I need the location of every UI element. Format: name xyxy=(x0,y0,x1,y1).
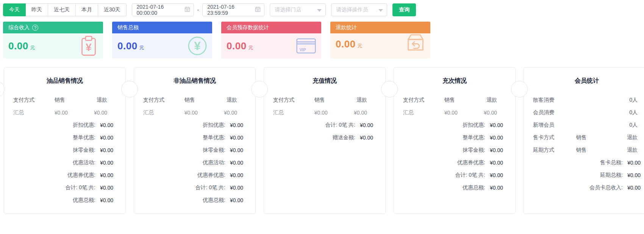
range-button-last7days[interactable]: 近七天 xyxy=(48,3,76,16)
help-icon[interactable]: ? xyxy=(32,25,38,31)
table-row: 散客消费 0人 xyxy=(533,96,641,104)
table-header-row: 支付方式 销售 退款 xyxy=(403,96,506,104)
stat-cards-row: 综合收入 ? 0.00 元 ¥ 销售总额 xyxy=(0,16,644,58)
calendar-icon[interactable] xyxy=(255,6,261,13)
summary-label: 会员卡总收入: xyxy=(589,184,623,191)
date-from-input[interactable]: 2021-07-16 00:00:00 xyxy=(132,3,194,16)
range-button-thismonth[interactable]: 本月 xyxy=(76,3,98,16)
operator-select[interactable]: 请选择操作员 xyxy=(331,3,387,16)
stat-card-header: 销售总额 xyxy=(112,22,212,33)
panel-recharge: 充值情况 支付方式 销售 退款 汇总 ¥0.00 ¥0.00 合计: 0笔 共:… xyxy=(264,67,386,214)
summary-label: 合计: 0笔 共: xyxy=(455,172,485,179)
table-row: 汇总 ¥0.00 ¥0.00 xyxy=(13,109,116,116)
cell: 0人 xyxy=(606,97,641,104)
summary-value: ¥0.00 xyxy=(230,185,243,191)
summary-row: 抹零金额: ¥0.00 xyxy=(403,146,506,154)
summary-label: 优惠券优惠: xyxy=(67,172,95,179)
stat-value: 0.00 xyxy=(8,40,28,52)
summary-value: ¥0.00 xyxy=(100,160,113,166)
summary-row: 整单优惠: ¥0.00 xyxy=(403,134,506,141)
stat-value: 0.00 xyxy=(336,38,356,50)
cell: ¥0.00 xyxy=(314,110,343,116)
table-row: 延期方式 销售 退款 xyxy=(533,146,641,154)
col-payment-method: 支付方式 xyxy=(273,97,314,104)
summary-value: ¥0.00 xyxy=(490,172,503,178)
summary-label: 优惠活动: xyxy=(203,159,225,166)
range-button-last30days[interactable]: 近30天 xyxy=(98,3,127,16)
cell: ¥0.00 xyxy=(473,110,506,116)
stat-card-member-prepaid: 会员预存数据统计 0.00 元 VIP xyxy=(221,22,321,58)
operator-select-placeholder: 请选择操作员 xyxy=(336,6,368,13)
table-row: 售卡方式 销售 退款 xyxy=(533,134,641,141)
summary-row: 整单优惠: ¥0.00 xyxy=(13,134,116,141)
stat-value-wrap: 0.00 元 xyxy=(336,38,363,50)
col-refund: 退款 xyxy=(473,97,506,104)
summary-value: ¥0.00 xyxy=(627,172,641,178)
summary-label: 售卡总额: xyxy=(600,159,623,166)
cell: ¥0.00 xyxy=(55,110,83,116)
panel-non-oil-sales: 非油品销售情况 支付方式 销售 退款 汇总 ¥0.00 ¥0.00 折扣优惠: … xyxy=(134,67,256,214)
panel-notch xyxy=(511,81,528,97)
summary-row: 售卡总额: ¥0.00 xyxy=(533,159,641,166)
summary-label: 折扣优惠: xyxy=(463,122,485,129)
stat-card-title: 退款统计 xyxy=(336,24,357,31)
col-payment-method: 支付方式 xyxy=(143,97,184,104)
cell: 散客消费 xyxy=(533,97,576,104)
stat-card-total-income: 综合收入 ? 0.00 元 ¥ xyxy=(3,22,103,58)
summary-label: 优惠总额: xyxy=(203,197,225,204)
summary-row: 合计: 0笔 共: ¥0.00 xyxy=(143,184,246,192)
col-sales: 销售 xyxy=(55,97,83,104)
query-button[interactable]: 查询 xyxy=(392,3,416,16)
panel-title: 充值情况 xyxy=(273,77,376,85)
range-button-today[interactable]: 今天 xyxy=(3,3,26,16)
cell: 汇总 xyxy=(273,109,314,116)
stat-value: 0.00 xyxy=(117,40,138,52)
summary-value: ¥0.00 xyxy=(100,172,113,178)
summary-row: 合计: 0笔 共: ¥0.00 xyxy=(273,121,376,129)
cell: 销售 xyxy=(576,147,606,154)
summary-label: 折扣优惠: xyxy=(73,122,95,129)
summary-value: ¥0.00 xyxy=(230,147,243,153)
summary-label: 抹零金额: xyxy=(463,147,485,154)
stat-card-refund: 退款统计 0.00 元 xyxy=(330,22,430,58)
summary-label: 合计: 0笔 共: xyxy=(195,184,225,191)
stat-unit: 元 xyxy=(30,44,35,51)
quick-range-group: 今天 昨天 近七天 本月 近30天 xyxy=(3,3,127,16)
summary-label: 优惠总额: xyxy=(73,197,95,204)
summary-label: 整单优惠: xyxy=(203,134,225,141)
stat-card-title: 综合收入 xyxy=(8,24,30,31)
col-refund: 退款 xyxy=(213,97,246,104)
range-button-yesterday[interactable]: 昨天 xyxy=(26,3,48,16)
filter-toolbar: 今天 昨天 近七天 本月 近30天 2021-07-16 00:00:00 xyxy=(0,0,644,16)
summary-value: ¥0.00 xyxy=(230,197,243,203)
summary-value: ¥0.00 xyxy=(490,185,503,191)
stat-card-sales-total: 销售总额 0.00 元 ¥ xyxy=(112,22,212,58)
summary-value: ¥0.00 xyxy=(627,160,641,166)
table-row: 新增会员 0人 xyxy=(533,121,641,129)
summary-value: ¥0.00 xyxy=(490,147,503,153)
panel-oil-sales: 油品销售情况 支付方式 销售 退款 汇总 ¥0.00 ¥0.00 折扣优惠: ¥… xyxy=(4,67,126,214)
summary-label: 合计: 0笔 共: xyxy=(325,122,355,129)
cell: 0人 xyxy=(606,122,641,129)
date-to-input[interactable]: 2021-07-16 23:59:59 xyxy=(202,3,264,16)
col-payment-method: 支付方式 xyxy=(403,97,444,104)
calendar-icon[interactable] xyxy=(184,6,190,13)
cell: 退款 xyxy=(606,134,641,141)
summary-label: 整单优惠: xyxy=(73,134,95,141)
summary-value: ¥0.00 xyxy=(360,135,373,141)
summary-label: 抹零金额: xyxy=(73,147,95,154)
stat-card-title: 会员预存数据统计 xyxy=(227,24,269,31)
stat-card-body: 0.00 元 ¥ xyxy=(112,33,212,58)
summary-value: ¥0.00 xyxy=(230,135,243,141)
table-row: 汇总 ¥0.00 ¥0.00 xyxy=(143,109,246,116)
panel-notch xyxy=(251,81,268,97)
summary-row: 优惠券优惠: ¥0.00 xyxy=(13,171,116,179)
svg-text:¥: ¥ xyxy=(86,41,92,53)
cell: 新增会员 xyxy=(533,122,576,129)
summary-row: 抹零金额: ¥0.00 xyxy=(13,146,116,154)
store-select[interactable]: 请选择门店 xyxy=(270,3,326,16)
cell: 汇总 xyxy=(403,109,444,116)
col-payment-method: 支付方式 xyxy=(13,97,55,104)
date-from-value: 2021-07-16 00:00:00 xyxy=(137,4,184,16)
vip-card-icon: VIP xyxy=(295,35,317,57)
